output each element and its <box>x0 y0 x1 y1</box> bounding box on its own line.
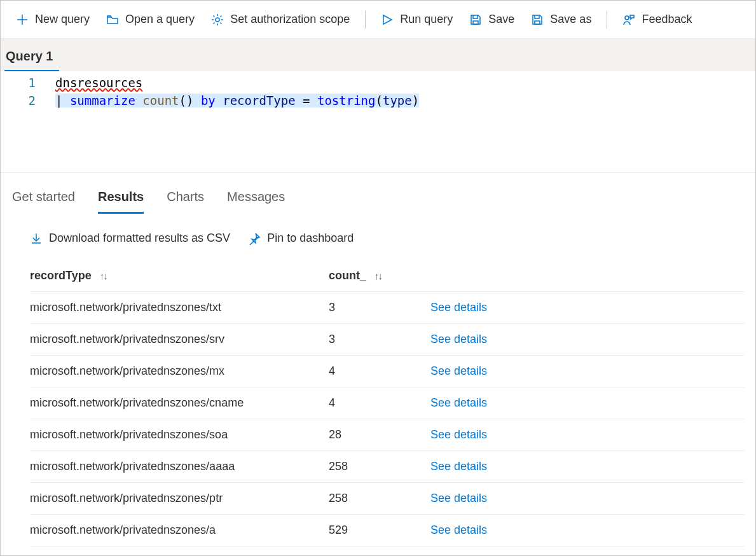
cell-count: 3 <box>329 333 430 346</box>
table-row[interactable]: microsoft.network/privatednszones/srv3Se… <box>30 324 744 356</box>
save-as-button[interactable]: Save as <box>525 9 598 30</box>
table-row[interactable]: microsoft.network/privatednszones/soa28S… <box>30 419 744 451</box>
cell-recordtype: microsoft.network/privatednszones/txt <box>30 301 329 314</box>
editor-content[interactable]: dnsresources | summarize count() by reco… <box>50 71 424 172</box>
see-details-link[interactable]: See details <box>430 396 744 410</box>
person-feedback-icon <box>622 13 635 26</box>
save-icon <box>469 13 482 26</box>
table-row[interactable]: microsoft.network/privatednszones/ptr258… <box>30 483 744 515</box>
cell-recordtype: microsoft.network/privatednszones/mx <box>30 365 329 378</box>
column-header-label: count_ <box>329 269 366 282</box>
line-number: 1 <box>6 74 36 92</box>
see-details-link[interactable]: See details <box>430 365 744 378</box>
table-row[interactable]: microsoft.network/privatednszones/txt3Se… <box>30 292 744 324</box>
cell-recordtype: microsoft.network/privatednszones/ptr <box>30 492 329 505</box>
download-icon <box>30 232 43 245</box>
sort-icon[interactable]: ↑↓ <box>100 270 107 281</box>
cell-count: 529 <box>329 524 430 537</box>
table-body: microsoft.network/privatednszones/txt3Se… <box>30 292 744 546</box>
svg-point-1 <box>625 16 629 20</box>
download-csv-label: Download formatted results as CSV <box>49 232 230 245</box>
result-actions: Download formatted results as CSV Pin to… <box>12 214 744 260</box>
editor-gutter: 1 2 <box>1 71 50 172</box>
download-csv-button[interactable]: Download formatted results as CSV <box>30 232 230 245</box>
set-auth-scope-button[interactable]: Set authorization scope <box>205 9 356 30</box>
see-details-link[interactable]: See details <box>430 524 744 537</box>
cell-count: 4 <box>329 365 430 378</box>
tab-results[interactable]: Results <box>98 187 144 214</box>
cell-count: 258 <box>329 492 430 505</box>
column-header-recordtype[interactable]: recordType ↑↓ <box>30 269 329 282</box>
token-identifier: recordType <box>223 94 295 108</box>
pin-dashboard-label: Pin to dashboard <box>267 232 354 245</box>
token-paren: ( <box>375 94 382 108</box>
table-header: recordType ↑↓ count_ ↑↓ <box>30 260 744 292</box>
column-header-label: recordType <box>30 269 92 282</box>
separator <box>607 11 607 29</box>
plus-icon <box>16 13 29 26</box>
tab-get-started[interactable]: Get started <box>12 187 75 214</box>
result-tabs: Get started Results Charts Messages <box>12 183 744 214</box>
see-details-link[interactable]: See details <box>430 460 744 473</box>
line-number: 2 <box>6 92 36 109</box>
feedback-button[interactable]: Feedback <box>616 9 698 30</box>
see-details-link[interactable]: See details <box>430 492 744 505</box>
results-area: Get started Results Charts Messages Down… <box>1 173 755 555</box>
code-editor[interactable]: 1 2 dnsresources | summarize count() by … <box>1 71 755 173</box>
new-query-button[interactable]: New query <box>10 9 96 30</box>
pin-icon <box>248 232 261 245</box>
play-icon <box>381 13 394 26</box>
gear-icon <box>211 13 224 26</box>
token-pipe: | <box>55 94 62 108</box>
column-header-count[interactable]: count_ ↑↓ <box>329 269 430 282</box>
see-details-link[interactable]: See details <box>430 301 744 314</box>
tab-query-1[interactable]: Query 1 <box>4 46 59 72</box>
token-function: tostring <box>317 94 376 108</box>
svg-point-0 <box>216 18 219 22</box>
token-eq: = <box>303 94 310 108</box>
token-paren: ) <box>186 94 193 108</box>
open-query-button[interactable]: Open a query <box>100 9 201 30</box>
token-identifier: type <box>383 94 412 108</box>
cell-count: 3 <box>329 301 430 314</box>
pin-dashboard-button[interactable]: Pin to dashboard <box>248 232 354 245</box>
token-paren: ( <box>179 94 186 108</box>
save-label: Save <box>488 13 514 26</box>
table-row[interactable]: microsoft.network/privatednszones/mx4See… <box>30 356 744 387</box>
feedback-label: Feedback <box>642 13 692 26</box>
set-auth-scope-label: Set authorization scope <box>230 13 350 26</box>
save-as-label: Save as <box>550 13 591 26</box>
table-row[interactable]: microsoft.network/privatednszones/a529Se… <box>30 515 744 546</box>
cell-recordtype: microsoft.network/privatednszones/soa <box>30 428 329 441</box>
cell-count: 4 <box>329 396 430 410</box>
code-line-1[interactable]: dnsresources <box>55 74 419 92</box>
cell-recordtype: microsoft.network/privatednszones/srv <box>30 333 329 346</box>
see-details-link[interactable]: See details <box>430 428 744 441</box>
cell-recordtype: microsoft.network/privatednszones/cname <box>30 396 329 410</box>
table-row[interactable]: microsoft.network/privatednszones/cname4… <box>30 387 744 419</box>
token-paren: ) <box>412 94 419 108</box>
separator <box>365 11 366 29</box>
token-function: count <box>142 94 179 108</box>
cell-recordtype: microsoft.network/privatednszones/a <box>30 524 329 537</box>
toolbar: New query Open a query Set authorization… <box>1 1 755 39</box>
tab-messages[interactable]: Messages <box>227 187 285 214</box>
cell-count: 258 <box>329 460 430 473</box>
folder-open-icon <box>106 13 119 26</box>
see-details-link[interactable]: See details <box>430 333 744 346</box>
new-query-label: New query <box>35 13 90 26</box>
token-keyword: summarize <box>70 94 135 108</box>
token-keyword: by <box>201 94 216 108</box>
query-tabs: Query 1 <box>1 39 755 71</box>
sort-icon[interactable]: ↑↓ <box>375 270 381 281</box>
table-row[interactable]: microsoft.network/privatednszones/aaaa25… <box>30 451 744 483</box>
code-line-2[interactable]: | summarize count() by recordType = tost… <box>55 92 419 109</box>
save-button[interactable]: Save <box>463 9 521 30</box>
tab-charts[interactable]: Charts <box>167 187 204 214</box>
results-table: recordType ↑↓ count_ ↑↓ microsoft.networ… <box>12 260 744 546</box>
run-query-label: Run query <box>400 13 453 26</box>
cell-count: 28 <box>329 428 430 441</box>
run-query-button[interactable]: Run query <box>375 9 459 30</box>
save-as-icon <box>531 13 544 26</box>
token-identifier: dnsresources <box>55 76 142 90</box>
